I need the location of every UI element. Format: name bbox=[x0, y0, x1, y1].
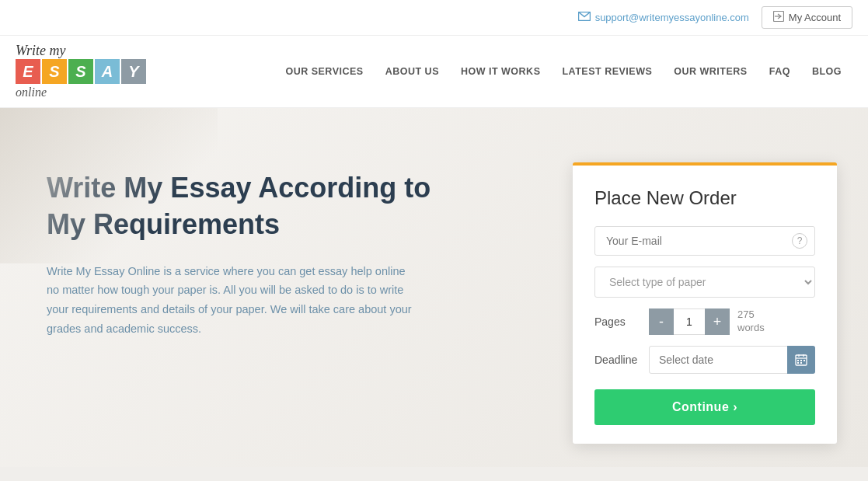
main-nav: OUR SERVICES ABOUT US HOW IT WORKS LATES… bbox=[274, 44, 852, 99]
pages-row: Pages - 1 + 275 words bbox=[594, 308, 815, 335]
logo-block-s1: S bbox=[42, 59, 67, 84]
email-field-group: ? bbox=[594, 226, 815, 256]
svg-rect-10 bbox=[797, 362, 799, 364]
logo-block-s2: S bbox=[68, 59, 93, 84]
pages-increment-button[interactable]: + bbox=[705, 308, 730, 335]
hero-description: Write My Essay Online is a service where… bbox=[47, 262, 420, 339]
help-icon[interactable]: ? bbox=[792, 233, 807, 249]
email-input[interactable] bbox=[594, 226, 815, 256]
support-email-link[interactable]: support@writemyessayonline.com bbox=[578, 12, 749, 23]
words-count: 275 bbox=[737, 308, 755, 320]
my-account-button[interactable]: My Account bbox=[762, 6, 852, 29]
pages-count: 1 bbox=[674, 308, 705, 335]
paper-type-group: Select type of paper Essay Research Pape… bbox=[594, 267, 815, 298]
deadline-input-wrap bbox=[649, 346, 815, 374]
nav-item-latest-reviews[interactable]: LATEST REVIEWS bbox=[551, 44, 663, 99]
pages-label: Pages bbox=[594, 315, 649, 328]
logo-block-y: Y bbox=[121, 59, 146, 84]
nav-item-our-writers[interactable]: OUR WRITERS bbox=[663, 44, 758, 99]
words-unit: words bbox=[737, 322, 765, 333]
order-form-title: Place New Order bbox=[594, 187, 815, 209]
top-bar: support@writemyessayonline.com My Accoun… bbox=[0, 0, 868, 36]
login-icon bbox=[773, 11, 784, 24]
nav-item-how-it-works[interactable]: HOW IT WORKS bbox=[450, 44, 552, 99]
logo-line1: Write my bbox=[16, 44, 66, 58]
deadline-label: Deadline bbox=[594, 354, 649, 366]
hero-title: Write My Essay According to My Requireme… bbox=[47, 170, 451, 243]
logo-block-a: A bbox=[95, 59, 120, 84]
nav-item-faq[interactable]: FAQ bbox=[758, 44, 801, 99]
svg-rect-9 bbox=[804, 360, 805, 361]
svg-rect-11 bbox=[800, 362, 802, 364]
logo-line3: online bbox=[16, 85, 47, 99]
header: Write my E S S A Y online OUR SERVICES A… bbox=[0, 36, 868, 108]
words-info: 275 words bbox=[737, 308, 765, 335]
email-icon bbox=[578, 12, 591, 23]
my-account-label: My Account bbox=[789, 12, 841, 23]
continue-button[interactable]: Continue › bbox=[594, 389, 815, 425]
hero-section: Write My Essay According to My Requireme… bbox=[47, 155, 542, 338]
nav-item-our-services[interactable]: OUR SERVICES bbox=[274, 44, 374, 99]
logo-blocks: E S S A Y bbox=[16, 59, 146, 84]
pages-controls: - 1 + bbox=[649, 308, 730, 335]
logo-block-e: E bbox=[16, 59, 40, 84]
order-form-card: Place New Order ? Select type of paper E… bbox=[573, 162, 837, 444]
logo: Write my E S S A Y online bbox=[16, 36, 146, 107]
deadline-row: Deadline bbox=[594, 346, 815, 374]
support-email-text: support@writemyessayonline.com bbox=[595, 12, 749, 23]
paper-type-select[interactable]: Select type of paper Essay Research Pape… bbox=[594, 267, 815, 298]
pages-decrement-button[interactable]: - bbox=[649, 308, 674, 335]
nav-item-about-us[interactable]: ABOUT US bbox=[375, 44, 450, 99]
calendar-icon[interactable] bbox=[787, 346, 815, 374]
nav-item-blog[interactable]: BLOG bbox=[801, 44, 852, 99]
svg-rect-7 bbox=[797, 360, 799, 361]
main-section: Write My Essay According to My Requireme… bbox=[0, 108, 868, 467]
order-form-inner: Place New Order ? Select type of paper E… bbox=[573, 166, 837, 444]
svg-rect-8 bbox=[800, 360, 802, 361]
